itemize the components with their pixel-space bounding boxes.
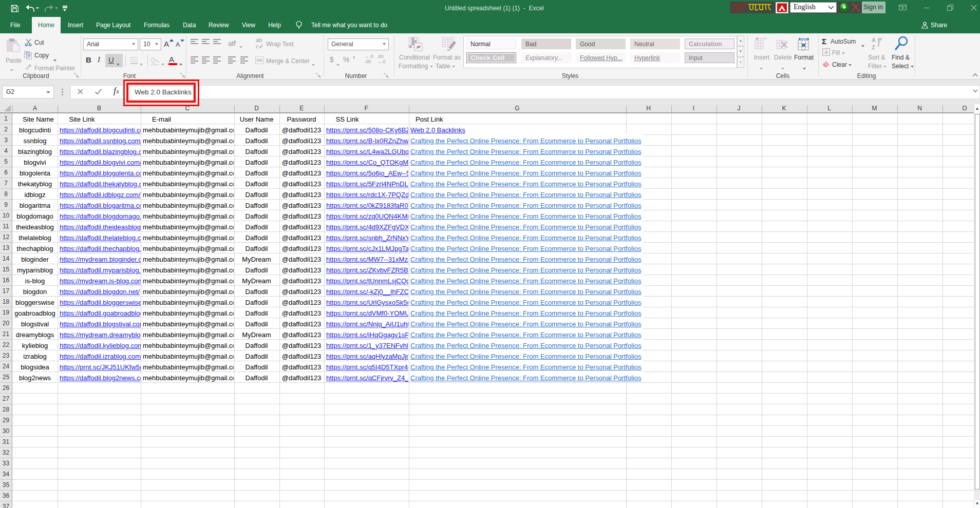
svg-text:Z: Z [872, 44, 875, 50]
svg-text:A: A [872, 37, 876, 43]
